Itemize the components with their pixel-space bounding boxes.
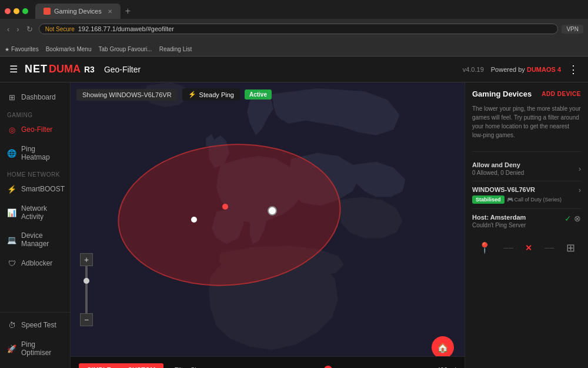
- showing-badge: Showing WINDOWS-V6L76VR: [76, 89, 178, 101]
- simple-filter-button[interactable]: SIMPLE: [79, 363, 119, 369]
- zoom-out-button[interactable]: −: [80, 313, 93, 326]
- sidebar-item-speed-test[interactable]: ⏱ Speed Test: [0, 315, 70, 335]
- sidebar-item-ping-heatmap[interactable]: 🌐 Ping Heatmap: [0, 140, 70, 167]
- device-content: WINDOWS-V6L76VR Stabilised 🎮 Call of Dut…: [472, 186, 562, 204]
- allow-deny-chevron-icon: ›: [579, 165, 581, 173]
- sidebar-gaming-section: Gaming: [0, 107, 70, 120]
- panel-divider-1: [472, 151, 581, 152]
- stabilised-badge: Stabilised: [472, 195, 505, 204]
- bookmark-favourites[interactable]: ★ Favourites: [5, 46, 39, 52]
- sidebar-home-network-section: Home Network: [0, 167, 70, 179]
- minimize-dot[interactable]: [14, 8, 19, 14]
- geo-filter-icon: ◎: [7, 125, 16, 134]
- device-section[interactable]: WINDOWS-V6L76VR Stabilised 🎮 Call of Dut…: [472, 181, 581, 209]
- sidebar-item-device-manager[interactable]: 💻 Device Manager: [0, 226, 70, 253]
- allow-deny-content: Allow and Deny 0 Allowed, 0 Denied: [472, 161, 524, 176]
- map-top-bar: Showing WINDOWS-V6L76VR ⚡ Steady Ping Ac…: [76, 88, 272, 101]
- app-container: ☰ NETDUMAR3 Geo-Filter v4.0.19 Powered b…: [0, 57, 588, 368]
- bookmark-star-icon: ★: [5, 47, 9, 52]
- hamburger-menu-icon[interactable]: ☰: [9, 64, 18, 75]
- vpn-button[interactable]: VPN: [562, 25, 583, 34]
- filter-size-label: Filter Size: [174, 366, 203, 369]
- ping-optimiser-icon: 🚀: [7, 344, 16, 353]
- filter-x-icon[interactable]: ✕: [525, 243, 532, 253]
- sidebar-item-network-activity[interactable]: 📊 Network Activity: [0, 199, 70, 226]
- sidebar-geo-filter-label: Geo-Filter: [21, 125, 52, 134]
- page-title: Geo-Filter: [104, 65, 463, 74]
- filter-grid-icon[interactable]: ⊞: [566, 241, 575, 254]
- nav-buttons: ‹ › ↻: [5, 24, 35, 35]
- active-tab[interactable]: Gaming Devices ✕: [35, 4, 121, 19]
- host-section: Host: Amsterdam Couldn't Ping Server ✓ ⊗: [472, 209, 581, 233]
- brand-logo: NETDUMAR3: [25, 63, 95, 75]
- map-container[interactable]: Showing WINDOWS-V6L76VR ⚡ Steady Ping Ac…: [71, 82, 465, 368]
- brand-r3-text: R3: [84, 65, 95, 74]
- brand-net-text: NET: [25, 63, 48, 75]
- connector-line-1: ─ ─: [503, 244, 513, 251]
- smartboost-icon: ⚡: [7, 184, 16, 194]
- lightning-icon: ⚡: [188, 91, 196, 98]
- sidebar-item-ping-optimiser[interactable]: 🚀 Ping Optimiser: [0, 335, 70, 362]
- host-actions: ✓ ⊗: [564, 214, 581, 223]
- sidebar-smartboost-label: SmartBOOST: [21, 185, 65, 193]
- sidebar-speed-test-label: Speed Test: [21, 321, 56, 329]
- speed-test-icon: ⏱: [7, 320, 16, 330]
- dashboard-icon: ⊞: [7, 92, 16, 102]
- sidebar-item-settings[interactable]: ⚙ Settings: [0, 362, 70, 368]
- new-tab-button[interactable]: +: [121, 6, 135, 16]
- app-header: ☰ NETDUMAR3 Geo-Filter v4.0.19 Powered b…: [0, 57, 588, 82]
- url-text: 192.168.77.1/dumaweb/#geofilter: [78, 25, 174, 32]
- bookmark-bookmarks-menu[interactable]: Bookmarks Menu: [46, 46, 92, 52]
- steady-ping-badge: ⚡ Steady Ping: [182, 88, 240, 101]
- sidebar-network-activity-label: Network Activity: [21, 204, 63, 221]
- sidebar: ⊞ Dashboard Gaming ◎ Geo-Filter 🌐 Ping H…: [0, 82, 71, 368]
- filter-value-label: 499 mi: [437, 366, 456, 369]
- right-panel: Gaming Devices ADD DEVICE The lower your…: [465, 82, 588, 368]
- device-badges: Stabilised 🎮 Call of Duty (Series): [472, 195, 562, 204]
- sidebar-item-geo-filter[interactable]: ◎ Geo-Filter: [0, 120, 70, 140]
- allow-deny-section[interactable]: Allow and Deny 0 Allowed, 0 Denied ›: [472, 157, 581, 181]
- sidebar-item-adblocker[interactable]: 🛡 Adblocker: [0, 253, 70, 273]
- add-device-button[interactable]: ADD DEVICE: [542, 91, 581, 97]
- connector-line-2: ─ ─: [544, 244, 554, 251]
- zoom-controls: + −: [80, 253, 93, 326]
- network-activity-icon: 📊: [7, 208, 16, 217]
- allow-deny-title: Allow and Deny: [472, 161, 524, 168]
- filter-bar: SIMPLE CUSTOM Filter Size 499 mi: [71, 356, 465, 368]
- main-layout: ⊞ Dashboard Gaming ◎ Geo-Filter 🌐 Ping H…: [0, 82, 588, 368]
- zoom-slider-thumb: [83, 278, 89, 284]
- filter-toggle: SIMPLE CUSTOM: [79, 363, 163, 369]
- sidebar-item-smartboost[interactable]: ⚡ SmartBOOST: [0, 179, 70, 199]
- game-name: Call of Duty (Series): [514, 197, 562, 203]
- panel-icons-row: 📍 ─ ─ ✕ ─ ─ ⊞: [472, 236, 581, 260]
- home-button[interactable]: 🏠: [432, 336, 454, 359]
- tab-close-icon[interactable]: ✕: [108, 8, 112, 15]
- address-field[interactable]: Not Secure 192.168.77.1/dumaweb/#geofilt…: [39, 24, 559, 34]
- reload-button[interactable]: ↻: [24, 24, 35, 35]
- host-allow-button[interactable]: ✓: [564, 214, 572, 223]
- device-manager-icon: 💻: [7, 235, 16, 244]
- filter-pin-icon[interactable]: 📍: [478, 241, 491, 254]
- back-button[interactable]: ‹: [5, 24, 12, 35]
- zoom-in-button[interactable]: +: [80, 253, 93, 266]
- sidebar-item-dashboard[interactable]: ⊞ Dashboard: [0, 87, 70, 107]
- server-dot[interactable]: [268, 206, 277, 216]
- home-location-dot: [222, 204, 228, 210]
- forward-button[interactable]: ›: [14, 24, 21, 35]
- host-sub: Couldn't Ping Server: [472, 222, 526, 228]
- tab-title: Gaming Devices: [54, 8, 102, 15]
- sidebar-ping-optimiser-label: Ping Optimiser: [21, 340, 63, 357]
- bookmark-tab-group[interactable]: Tab Group Favouri...: [99, 46, 152, 52]
- active-badge: Active: [245, 89, 272, 100]
- tab-favicon-icon: [44, 8, 51, 15]
- zoom-slider[interactable]: [85, 266, 88, 313]
- more-options-icon[interactable]: ⋮: [568, 63, 579, 76]
- bookmark-reading-list[interactable]: Reading List: [159, 46, 192, 52]
- maximize-dot[interactable]: [22, 8, 28, 14]
- sidebar-ping-heatmap-label: Ping Heatmap: [21, 145, 63, 161]
- custom-filter-button[interactable]: CUSTOM: [119, 363, 163, 369]
- host-title: Host: Amsterdam: [472, 214, 526, 221]
- host-deny-button[interactable]: ⊗: [574, 214, 581, 223]
- host-content: Host: Amsterdam Couldn't Ping Server: [472, 214, 526, 228]
- close-dot[interactable]: [5, 8, 11, 14]
